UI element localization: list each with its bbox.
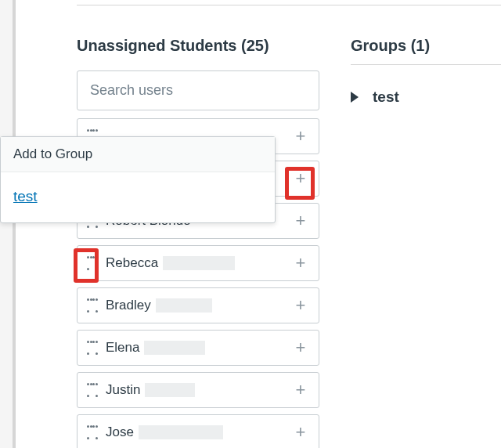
groups-title: Groups (1) [351, 37, 430, 55]
student-name: Jose [106, 425, 292, 440]
add-to-group-button[interactable]: + [292, 128, 309, 145]
add-to-group-button[interactable]: + [292, 381, 309, 399]
add-to-group-button[interactable]: + [292, 339, 309, 356]
student-item[interactable]: Elena+ [77, 330, 319, 366]
redacted-surname [145, 383, 195, 397]
student-name: Rebecca [106, 255, 292, 271]
group-list: test [351, 89, 501, 106]
redacted-surname [144, 341, 205, 355]
add-to-group-popover: Add to Group test [0, 136, 276, 223]
drag-handle-icon[interactable] [87, 425, 98, 439]
unassigned-title: Unassigned Students (25) [77, 37, 319, 55]
student-name: Bradley [106, 298, 292, 313]
redacted-surname [139, 425, 223, 439]
drag-handle-icon[interactable] [87, 256, 98, 270]
student-item[interactable]: Bradley+ [77, 287, 319, 323]
popover-group-link[interactable]: test [13, 188, 38, 204]
expand-icon[interactable] [351, 92, 359, 103]
group-row[interactable]: test [351, 89, 501, 106]
group-name: test [373, 89, 399, 106]
student-name: Justin [106, 382, 292, 398]
add-to-group-button[interactable]: + [292, 424, 309, 441]
student-item[interactable]: Justin+ [77, 372, 319, 408]
add-to-group-button[interactable]: + [292, 170, 309, 187]
drag-handle-icon[interactable] [87, 383, 98, 397]
student-item[interactable]: Rebecca+ [77, 245, 319, 281]
drag-handle-icon[interactable] [87, 298, 98, 313]
search-input[interactable] [77, 70, 319, 110]
add-to-group-button[interactable]: + [292, 255, 309, 272]
redacted-surname [156, 298, 212, 313]
drag-handle-icon[interactable] [87, 341, 98, 355]
redacted-surname [163, 256, 235, 270]
add-to-group-button[interactable]: + [292, 297, 309, 314]
popover-title: Add to Group [1, 137, 275, 172]
student-item[interactable]: Jose+ [77, 414, 319, 448]
add-to-group-button[interactable]: + [292, 212, 309, 229]
student-name: Elena [106, 340, 292, 356]
